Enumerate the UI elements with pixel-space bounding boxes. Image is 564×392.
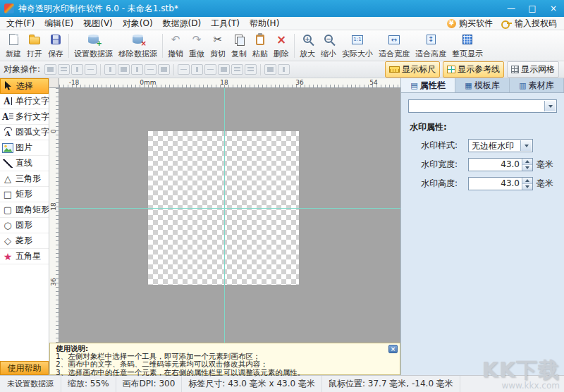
maximize-button[interactable]: □ (522, 0, 543, 17)
fit-height-button[interactable]: 适合高度 (412, 32, 449, 60)
align-top-icon[interactable] (145, 64, 157, 75)
tab-material-library[interactable]: ▥素材库 (510, 78, 564, 92)
tool-star[interactable]: ★五角星 (0, 249, 49, 264)
remove-datasource-button[interactable]: ×移除数据源 (116, 32, 160, 60)
ruler-label: 0mm (140, 79, 156, 86)
menu-file[interactable]: 文件(F) (1, 17, 39, 30)
zoom-out-button[interactable]: 缩小 (318, 32, 339, 60)
tool-arc-text[interactable]: A圆弧文字 (0, 125, 49, 140)
fit-width-icon (388, 35, 400, 44)
vertical-guide-line[interactable] (224, 88, 225, 343)
spinner-arrows[interactable] (522, 159, 532, 171)
menu-edit[interactable]: 编辑(E) (39, 17, 78, 30)
menu-view[interactable]: 视图(V) (78, 17, 118, 30)
main-toolbar: 新建 打开 保存 +设置数据源 ×移除数据源 ↶撤销 ↷重做 ✂剪切 复制 粘贴… (0, 30, 564, 61)
watermark-style-label: 水印样式: (421, 140, 465, 152)
ruler-corner (49, 78, 59, 88)
open-button[interactable]: 打开 (24, 32, 45, 60)
save-button[interactable]: 保存 (45, 32, 66, 60)
dropdown-arrow-icon (520, 140, 532, 151)
tools-sidebar: 选择 A单行文字 A多行文字 A圆弧文字 图片 直线 △三角形 □矩形 ▢圆角矩… (0, 78, 49, 375)
undo-button[interactable]: ↶撤销 (165, 32, 186, 60)
new-button[interactable]: 新建 (3, 32, 24, 60)
align-center-icon[interactable] (118, 64, 130, 75)
arc-text-icon: A (2, 127, 13, 137)
canvas[interactable] (59, 88, 400, 343)
align-bottom-icon[interactable] (178, 64, 190, 75)
watermark-width-spinner[interactable]: 43.0 (468, 158, 533, 171)
tool-line[interactable]: 直线 (0, 156, 49, 171)
left-ruler[interactable]: 0 18 36 (49, 88, 59, 343)
buy-software-button[interactable]: 购买软件 (447, 18, 493, 30)
align-left-icon[interactable] (104, 64, 116, 75)
tab-template-library[interactable]: ▦模板库 (455, 78, 510, 92)
tool-rectangle[interactable]: □矩形 (0, 187, 49, 202)
horizontal-guide-line[interactable] (59, 208, 400, 209)
menu-datasource[interactable]: 数据源(D) (158, 17, 207, 30)
properties-panel: ▤属性栏 ▦模板库 ▥素材库 水印属性: 水印样式: 无边框水印 水印宽度: 4… (400, 78, 564, 375)
menu-object[interactable]: 对象(O) (118, 17, 158, 30)
tab-properties[interactable]: ▤属性栏 (401, 78, 455, 92)
show-grid-toggle[interactable]: 显示网格 (507, 61, 559, 78)
send-backward-icon[interactable] (85, 64, 97, 75)
open-folder-icon (29, 37, 40, 44)
object-operations-bar: 对象操作: 显示标尺 显示参考线 显示网格 (0, 61, 564, 78)
tool-single-line-text[interactable]: A单行文字 (0, 94, 49, 109)
watermark-style-row: 水印样式: 无边框水印 (421, 139, 564, 152)
help-close-button[interactable]: × (388, 345, 398, 353)
zoom-in-icon (303, 35, 312, 43)
paste-button[interactable]: 粘贴 (250, 32, 271, 60)
element-selector-dropdown[interactable] (408, 99, 557, 113)
zoom-in-button[interactable]: 放大 (297, 32, 318, 60)
lock-icon[interactable] (264, 64, 276, 75)
remove-datasource-icon: × (133, 35, 143, 44)
usage-help-tab[interactable]: 使用帮助 (0, 361, 49, 375)
set-datasource-button[interactable]: +设置数据源 (71, 32, 116, 60)
menu-help[interactable]: 帮助(H) (245, 17, 284, 30)
send-to-back-icon[interactable] (58, 64, 70, 75)
watermark-height-spinner[interactable]: 43.0 (468, 177, 533, 190)
redo-button[interactable]: ↷重做 (186, 32, 207, 60)
dropdown-arrow-icon (544, 101, 556, 111)
tool-triangle[interactable]: △三角形 (0, 171, 49, 187)
tool-rounded-rectangle[interactable]: ▢圆角矩形 (0, 202, 49, 218)
distribute-horizontal-icon[interactable] (231, 64, 243, 75)
ruler-label: 18 (220, 79, 228, 86)
tool-circle[interactable]: ○圆形 (0, 218, 49, 233)
unlock-icon[interactable] (278, 64, 290, 75)
actual-size-button[interactable]: 实际大小 (339, 32, 376, 60)
tool-multi-line-text[interactable]: A多行文字 (0, 109, 49, 125)
show-guides-toggle[interactable]: 显示参考线 (443, 61, 504, 78)
minimize-button[interactable]: — (501, 0, 522, 17)
top-ruler[interactable]: -18 0mm 18 36 54 (59, 78, 400, 88)
grid-icon (511, 66, 519, 73)
fit-width-button[interactable]: 适合宽度 (376, 32, 412, 60)
circle-icon: ○ (2, 221, 13, 230)
delete-button[interactable]: ×删除 (271, 32, 292, 60)
distribute-vertical-icon[interactable] (245, 64, 257, 75)
close-button[interactable]: × (543, 0, 564, 17)
spinner-arrows[interactable] (522, 178, 532, 190)
equal-size-icon[interactable] (218, 64, 230, 75)
align-middle-icon[interactable] (158, 64, 170, 75)
watermark-height-row: 水印高度: 43.0 毫米 (421, 177, 564, 190)
show-ruler-toggle[interactable]: 显示标尺 (385, 61, 440, 78)
align-right-icon[interactable] (131, 64, 143, 75)
full-page-button[interactable]: 整页显示 (449, 32, 486, 60)
equal-height-icon[interactable] (204, 64, 216, 75)
copy-button[interactable]: 复制 (228, 32, 250, 60)
mouse-position-status: 鼠标位置: 37.7 毫米, -14.0 毫米 (322, 376, 460, 392)
bring-forward-icon[interactable] (71, 64, 83, 75)
tool-diamond[interactable]: ◇菱形 (0, 233, 49, 249)
watermark-properties-title: 水印属性: (410, 121, 556, 133)
tool-select[interactable]: 选择 (0, 78, 49, 94)
cut-button[interactable]: ✂剪切 (207, 32, 228, 60)
equal-width-icon[interactable] (191, 64, 203, 75)
enter-license-button[interactable]: 输入授权码 (501, 18, 557, 30)
bring-to-front-icon[interactable] (44, 64, 56, 75)
menu-tools[interactable]: 工具(T) (206, 17, 245, 30)
save-icon (51, 35, 61, 44)
tool-image[interactable]: 图片 (0, 140, 49, 156)
toolbar-separator (294, 34, 295, 58)
watermark-style-select[interactable]: 无边框水印 (468, 139, 533, 152)
